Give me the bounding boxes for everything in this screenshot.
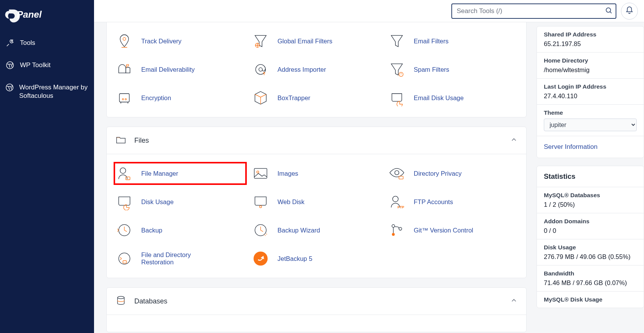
wordpress-icon: [5, 83, 14, 92]
sidebar-item-label: Tools: [20, 39, 35, 47]
info-label: Theme: [544, 109, 637, 116]
stat-label: MySQL® Disk Usage: [544, 296, 637, 303]
sidebar-item-wordpress-manager[interactable]: WordPress Manager by Softaculous: [3, 79, 91, 104]
feature-column: Track Delivery Global Email Filters: [106, 22, 527, 333]
tool-label: File Manager: [141, 170, 178, 177]
section-databases-header[interactable]: Databases: [107, 288, 526, 315]
person-ftp-icon: FTP: [388, 193, 406, 211]
notifications-button[interactable]: [621, 3, 638, 20]
tool-ftp-accounts[interactable]: FTP FTP Accounts: [387, 191, 519, 213]
tool-backup[interactable]: Backup: [114, 219, 246, 241]
tool-label: Git™ Version Control: [414, 227, 473, 234]
tool-disk-usage[interactable]: Disk Usage: [114, 191, 246, 213]
tool-jetbackup5[interactable]: JetBackup 5: [251, 248, 382, 269]
tool-images[interactable]: Images: [251, 163, 382, 184]
general-info-panel: Shared IP Address 65.21.197.85 Home Dire…: [537, 26, 644, 158]
drive-dot-icon: [251, 193, 270, 211]
tool-label: Disk Usage: [141, 198, 173, 206]
stat-row-addon-domains: Addon Domains 0 / 0: [537, 213, 644, 239]
section-files: Files File Manager: [106, 127, 527, 278]
tool-address-importer[interactable]: Address Importer: [251, 59, 382, 80]
search-input[interactable]: [451, 3, 616, 19]
tool-web-disk[interactable]: Web Disk: [251, 191, 382, 213]
topbar: [94, 0, 644, 22]
tool-label: Backup: [141, 227, 162, 234]
tool-label: Email Deliverability: [141, 66, 195, 73]
funnel-icon: [388, 32, 406, 50]
sidebar-item-tools[interactable]: Tools: [3, 35, 91, 51]
svg-point-15: [257, 171, 259, 173]
server-information-link[interactable]: Server Information: [537, 136, 644, 158]
tool-boxtrapper[interactable]: BoxTrapper: [251, 87, 382, 109]
stat-row-disk-usage: Disk Usage 276.79 MB / 49.06 GB (0.55%): [537, 239, 644, 265]
tool-email-filters[interactable]: Email Filters: [387, 30, 519, 52]
bell-icon: [625, 6, 634, 16]
svg-point-7: [259, 68, 262, 71]
tool-label: JetBackup 5: [277, 255, 312, 262]
chevron-up-icon: [510, 297, 518, 306]
image-icon: [251, 164, 270, 183]
tool-label: Address Importer: [277, 66, 326, 73]
tool-email-disk-usage[interactable]: Email Disk Usage: [387, 87, 519, 109]
tool-file-manager[interactable]: File Manager: [114, 163, 246, 184]
stat-value: 276.79 MB / 49.06 GB (0.55%): [544, 253, 637, 260]
stat-row-bandwidth: Bandwidth 71.46 MB / 97.66 GB (0.07%): [537, 265, 644, 292]
tool-label: Email Disk Usage: [414, 94, 464, 102]
info-label: Last Login IP Address: [544, 83, 637, 90]
tool-spam-filters[interactable]: Spam Filters: [387, 59, 519, 80]
svg-point-23: [392, 224, 395, 227]
tool-label: Track Delivery: [141, 38, 182, 45]
stat-value: 1 / 2 (50%): [544, 201, 637, 208]
tool-encryption[interactable]: Encryption: [114, 87, 246, 109]
stat-label: Addon Domains: [544, 218, 637, 225]
sidebar: Panel Tools WP Toolkit WordPress Manager…: [0, 0, 94, 333]
info-value: 27.4.40.110: [544, 92, 637, 100]
jetbackup-icon: [251, 249, 270, 268]
tool-global-email-filters[interactable]: Global Email Filters: [251, 30, 382, 52]
section-title: Files: [134, 137, 149, 145]
svg-point-4: [123, 38, 125, 40]
svg-point-19: [393, 196, 398, 202]
git-branch-icon: [388, 221, 406, 239]
database-icon: [115, 295, 127, 308]
stat-label: MySQL® Databases: [544, 192, 637, 199]
stat-row-mysql-db: MySQL® Databases 1 / 2 (50%): [537, 187, 644, 213]
svg-point-25: [399, 227, 402, 230]
folder-icon: [115, 134, 127, 147]
tool-label: Images: [277, 170, 298, 177]
svg-rect-17: [399, 176, 403, 179]
statistics-panel: Statistics MySQL® Databases 1 / 2 (50%) …: [537, 166, 644, 308]
person-folder-icon: [115, 164, 134, 183]
svg-rect-13: [126, 177, 130, 180]
tool-git-version-control[interactable]: Git™ Version Control: [387, 219, 519, 241]
svg-point-28: [254, 252, 268, 266]
theme-select[interactable]: jupiter: [544, 119, 637, 131]
tool-email-deliverability[interactable]: Email Deliverability: [114, 59, 246, 80]
section-email: Track Delivery Global Email Filters: [106, 22, 527, 117]
tool-label: FTP Accounts: [414, 198, 453, 206]
tool-label: Spam Filters: [414, 66, 449, 73]
section-databases: Databases: [106, 287, 527, 332]
svg-rect-14: [254, 168, 267, 178]
sidebar-item-wp-toolkit[interactable]: WP Toolkit: [3, 57, 91, 73]
info-row-shared-ip: Shared IP Address 65.21.197.85: [537, 26, 644, 53]
disk-chart-icon: [388, 89, 406, 107]
restore-icon: [115, 249, 134, 268]
info-value: 65.21.197.85: [544, 40, 637, 48]
tool-file-directory-restoration[interactable]: File and Directory Restoration: [114, 248, 246, 269]
at-upload-icon: [251, 60, 270, 79]
eye-folder-icon: [388, 164, 406, 183]
section-files-header[interactable]: Files: [107, 127, 526, 154]
svg-point-16: [395, 171, 399, 175]
tool-directory-privacy[interactable]: Directory Privacy: [387, 163, 519, 184]
stat-row-mysql-disk: MySQL® Disk Usage: [537, 292, 644, 308]
svg-point-3: [606, 8, 611, 12]
svg-point-24: [392, 233, 395, 236]
svg-text:Panel: Panel: [17, 9, 42, 20]
tools-icon: [5, 39, 15, 47]
info-row-last-login: Last Login IP Address 27.4.40.110: [537, 79, 644, 105]
tool-backup-wizard[interactable]: Backup Wizard: [251, 219, 382, 241]
tool-track-delivery[interactable]: Track Delivery: [114, 30, 246, 52]
svg-point-12: [120, 168, 126, 173]
svg-point-11: [125, 99, 127, 100]
